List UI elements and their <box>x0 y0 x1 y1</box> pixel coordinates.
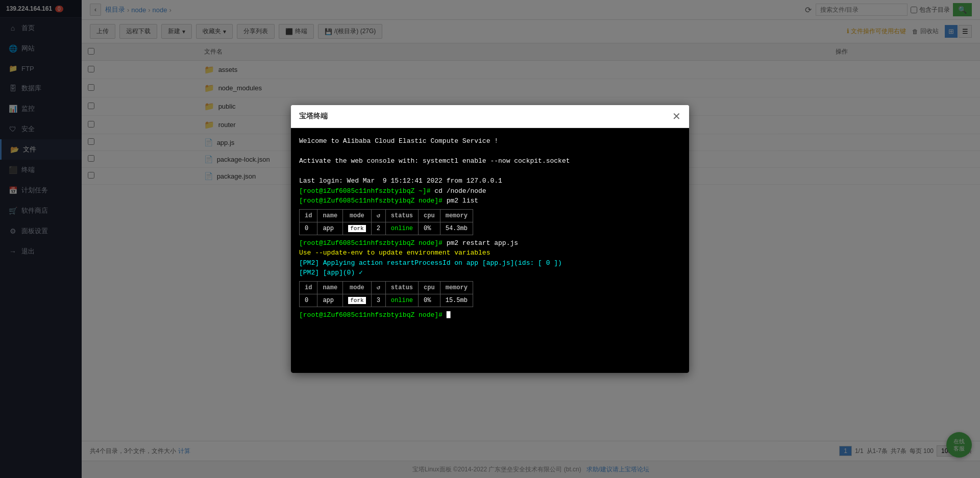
pm2-id: 0 <box>300 222 317 235</box>
th2-memory: memory <box>440 281 473 294</box>
th2-name: name <box>317 281 343 294</box>
terminal-content: Welcome to Alibaba Cloud Elastic Compute… <box>291 128 689 373</box>
terminal-line-4: [root@iZuf6085c11nhfszbtyibqZ ~]# cd /no… <box>299 186 681 196</box>
pm2-mode2: fork <box>343 294 371 307</box>
terminal-line-blank1 <box>299 146 681 157</box>
terminal-line-1: Welcome to Alibaba Cloud Elastic Compute… <box>299 136 681 146</box>
pm2-name2: app <box>317 294 343 307</box>
terminal-line-5: [root@iZuf6085c11nhfszbtyibqZ node]# pm2… <box>299 196 681 206</box>
pm2-row-2: 0 app fork 3 online 0% 15.5mb <box>300 294 473 307</box>
th-status: status <box>385 209 418 222</box>
modal-title: 宝塔终端 <box>299 112 328 121</box>
cursor: █ <box>447 311 451 319</box>
pm2-memory2: 15.5mb <box>440 294 473 307</box>
pm2-status: online <box>385 222 418 235</box>
terminal-line-2: Activate the web console with: systemctl… <box>299 156 681 166</box>
cmd1: cd /node/node <box>434 187 486 195</box>
pm2-id2: 0 <box>300 294 317 307</box>
th2-status: status <box>385 281 418 294</box>
fork-badge-2: fork <box>348 297 365 304</box>
prompt4: [root@iZuf6085c11nhfszbtyibqZ node]# <box>299 311 447 319</box>
pm2-table-1: id name mode ↺ status cpu memory 0 app f… <box>299 209 473 235</box>
pm2-restart2: 3 <box>371 294 385 307</box>
pm2-restart: 2 <box>371 222 385 235</box>
terminal-line-3: Last login: Wed Mar 9 15:12:41 2022 from… <box>299 176 681 186</box>
terminal-line-10: [root@iZuf6085c11nhfszbtyibqZ node]# █ <box>299 310 681 320</box>
terminal-line-9: [PM2] [app](0) ✓ <box>299 268 681 278</box>
th2-cpu: cpu <box>419 281 440 294</box>
pm2-name: app <box>317 222 343 235</box>
cmd2: pm2 list <box>447 197 478 205</box>
terminal-modal: 宝塔终端 ✕ Welcome to Alibaba Cloud Elastic … <box>291 105 689 373</box>
pm2-cpu: 0% <box>419 222 440 235</box>
pm2-mode: fork <box>343 222 371 235</box>
fork-badge-1: fork <box>348 225 365 232</box>
th-name: name <box>317 209 343 222</box>
pm2-cpu2: 0% <box>419 294 440 307</box>
modal-close-button[interactable]: ✕ <box>672 111 681 121</box>
terminal-line-blank2 <box>299 166 681 177</box>
pm2-memory: 54.3mb <box>440 222 473 235</box>
pm2-row-1: 0 app fork 2 online 0% 54.3mb <box>300 222 473 235</box>
th-mode: mode <box>343 209 371 222</box>
prompt3: [root@iZuf6085c11nhfszbtyibqZ node]# <box>299 239 447 247</box>
th2-restart: ↺ <box>371 281 385 294</box>
pm2-status2: online <box>385 294 418 307</box>
prompt2: [root@iZuf6085c11nhfszbtyibqZ node]# <box>299 197 447 205</box>
pm2-table-2: id name mode ↺ status cpu memory 0 app f… <box>299 281 473 307</box>
modal-header: 宝塔终端 ✕ <box>291 105 689 128</box>
terminal-line-7: Use --update-env to update environment v… <box>299 248 681 258</box>
th2-mode: mode <box>343 281 371 294</box>
prompt1: [root@iZuf6085c11nhfszbtyibqZ ~]# <box>299 187 434 195</box>
th2-id: id <box>300 281 317 294</box>
th-id: id <box>300 209 317 222</box>
terminal-line-8: [PM2] Applying action restartProcessId o… <box>299 258 681 268</box>
th-restart: ↺ <box>371 209 385 222</box>
th-cpu: cpu <box>419 209 440 222</box>
th-memory: memory <box>440 209 473 222</box>
terminal-line-6: [root@iZuf6085c11nhfszbtyibqZ node]# pm2… <box>299 238 681 248</box>
modal-overlay[interactable]: 宝塔终端 ✕ Welcome to Alibaba Cloud Elastic … <box>0 0 980 478</box>
cmd3: pm2 restart app.js <box>447 239 518 247</box>
